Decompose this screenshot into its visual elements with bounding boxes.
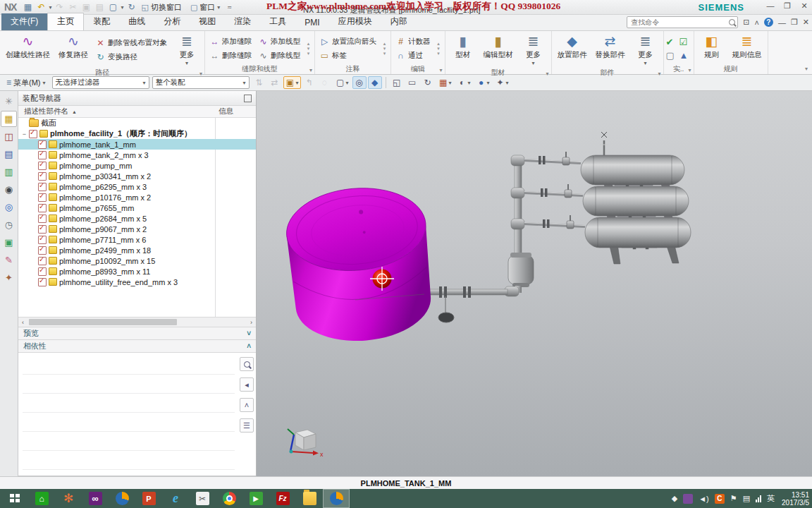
taskbar-snipping-tool[interactable]: ✂	[189, 489, 216, 508]
signal-icon[interactable]	[756, 495, 761, 502]
scroll-right-icon[interactable]: ›	[247, 319, 256, 326]
visibility-checkbox[interactable]	[38, 183, 47, 191]
back-icon[interactable]: ◂	[240, 377, 254, 392]
taskbar-chrome[interactable]	[216, 489, 242, 508]
visibility-checkbox[interactable]	[38, 267, 47, 276]
visibility-checkbox[interactable]	[38, 236, 47, 244]
ribbon-button-创建线性路径[interactable]: ∿创建线性路径	[2, 32, 54, 68]
selection-filter-dropdown[interactable]: 无选择过滤器 ▾	[52, 76, 149, 89]
tree-row-plmhome_tank_2_mm x 3[interactable]: plmhome_tank_2_mm x 3	[18, 150, 256, 160]
visibility-checkbox[interactable]	[38, 162, 47, 170]
vessel-group[interactable]	[581, 132, 691, 264]
clock[interactable]: 13:512017/3/5	[782, 491, 809, 507]
visibility-checkbox[interactable]	[38, 214, 47, 223]
ime-icon[interactable]	[683, 494, 693, 504]
ribbon-button-window-util-icon[interactable]: ▢	[666, 49, 678, 61]
taskbar-internet-explorer[interactable]: e	[162, 489, 189, 508]
search-icon[interactable]	[240, 357, 254, 371]
tab-工具[interactable]: 工具	[260, 13, 295, 30]
restore-icon[interactable]: ❐	[782, 1, 792, 11]
search-input[interactable]	[629, 18, 729, 27]
scroll-arrow-icon[interactable]: ▾	[437, 47, 440, 51]
background-icon[interactable]: ●▾	[474, 76, 492, 89]
reuse-library-icon[interactable]: ▥	[1, 164, 17, 180]
ribbon-button-更多[interactable]: ≣更多▾	[171, 32, 202, 68]
ribbon-button-放置流向箭头[interactable]: ▷放置流向箭头	[317, 35, 379, 47]
ribbon-button-规则[interactable]: ◧规则	[696, 32, 727, 64]
horizontal-scrollbar[interactable]: ‹ ›	[18, 317, 256, 327]
move-component-icon[interactable]: ⇅	[252, 76, 266, 89]
hd3d-tools-icon[interactable]: ◉	[1, 181, 17, 198]
taskbar-media-app[interactable]: ✻	[55, 489, 82, 508]
zoom-window-icon[interactable]: ▭	[405, 76, 419, 89]
minimize-icon[interactable]: —	[765, 1, 775, 11]
ribbon-button-删除线型[interactable]: ∿删除线型	[256, 49, 303, 61]
history-icon[interactable]: ◷	[1, 217, 17, 233]
vessel-3[interactable]	[585, 217, 691, 248]
minimize-icon[interactable]: —	[778, 18, 786, 27]
scroll-arrow-icon[interactable]: ▴	[307, 42, 310, 46]
selection-scope-dropdown[interactable]: 整个装配 ▾	[152, 76, 250, 89]
process-studio-icon[interactable]: ▣	[1, 234, 17, 250]
tree-row-plmhome_pump_mm[interactable]: plmhome_pump_mm	[18, 160, 256, 171]
column-name[interactable]: 描述性部件名	[18, 107, 68, 116]
tree-row-plmhome_tank_1_mm[interactable]: plmhome_tank_1_mm	[18, 139, 256, 150]
switch-window-button[interactable]: ◱ 切换窗口	[137, 1, 185, 14]
pipe-cap-disc[interactable]	[438, 313, 454, 322]
tree-row-plmhome_p10176_mm x 2[interactable]: plmhome_p10176_mm x 2	[18, 192, 256, 202]
window-menu-button[interactable]: ▢ 窗口 ▾	[186, 1, 224, 14]
assembly-navigator-icon[interactable]: ▦	[1, 111, 17, 127]
tab-PMI[interactable]: PMI	[295, 16, 328, 30]
panel-pin-icon[interactable]	[244, 95, 252, 102]
vessel-2[interactable]	[583, 186, 689, 216]
ribbon-button-放置部件[interactable]: ◆放置部件	[554, 32, 591, 68]
gear-icon[interactable]: ✳	[1, 93, 17, 109]
dependencies-section-header[interactable]: 相依性 ˄	[18, 340, 256, 353]
tab-分析[interactable]: 分析	[154, 13, 190, 30]
cut-icon[interactable]: ✂	[67, 2, 78, 12]
scroll-arrow-icon[interactable]: ▾	[307, 47, 310, 51]
ribbon-button-删除管线布置对象[interactable]: ✕删除管线布置对象	[93, 37, 170, 49]
gallery-scroll-arrows[interactable]: ▴▾▾	[381, 32, 388, 64]
ribbon-button-更多[interactable]: ≣更多▾	[630, 32, 661, 68]
render-style-icon[interactable]: ◐▾	[455, 76, 473, 89]
command-finder[interactable]	[627, 16, 738, 28]
volume-icon[interactable]: ◄)	[699, 495, 709, 503]
tab-装配[interactable]: 装配	[84, 13, 119, 30]
system-icon[interactable]: ▤	[743, 494, 750, 503]
ribbon-button-计数器[interactable]: #计数器	[393, 35, 433, 47]
web-browser-icon[interactable]: ◎	[1, 199, 17, 215]
ribbon-button-变换路径[interactable]: ↻变换路径	[93, 52, 170, 64]
tree-row-plmhome_p2684_mm x 5[interactable]: plmhome_p2684_mm x 5	[18, 213, 256, 224]
ribbon-button-编辑型材[interactable]: ▮编辑型材	[480, 32, 517, 68]
taskbar-filezilla[interactable]: Fz	[269, 489, 296, 508]
start-button[interactable]	[1, 489, 28, 508]
expand-icon[interactable]: ˄	[240, 398, 254, 412]
show-hidden-icon[interactable]: ◆	[672, 494, 677, 503]
tree-row-plmhome_p10092_mm x 15[interactable]: plmhome_p10092_mm x 15	[18, 255, 256, 266]
scrollbar-track[interactable]	[27, 318, 247, 326]
visibility-checkbox[interactable]	[38, 257, 47, 265]
roles-icon[interactable]: ✦	[1, 270, 17, 286]
ribbon-button-型材[interactable]: ▮型材	[448, 32, 479, 68]
tree-row-sections[interactable]: 截面	[18, 118, 256, 128]
expander-icon[interactable]: −	[21, 131, 27, 138]
sort-ascending-icon[interactable]: ▲	[72, 109, 77, 114]
ribbon-button-添加线型[interactable]: ∿添加线型	[256, 35, 303, 47]
view-triad[interactable]: x	[288, 429, 324, 458]
visibility-checkbox[interactable]	[38, 193, 47, 202]
dialog-launcher-icon[interactable]: ▾	[309, 67, 312, 73]
point-on-curve-icon[interactable]: ↰	[302, 76, 316, 89]
scroll-arrow-icon[interactable]: ▾	[383, 52, 386, 56]
copy-icon[interactable]: ▣	[80, 2, 92, 12]
ribbon-button-check-list-icon[interactable]: ☑	[679, 36, 691, 48]
close-icon[interactable]: ✕	[799, 1, 809, 11]
list-icon[interactable]: ☰	[240, 418, 254, 433]
scroll-arrow-icon[interactable]: ▾	[383, 47, 386, 51]
selected-tank[interactable]	[283, 183, 436, 346]
undo-icon[interactable]: ↶	[35, 2, 47, 12]
fit-view-icon[interactable]: ◱	[390, 76, 404, 89]
ime-language-indicator[interactable]: 英	[767, 493, 775, 504]
tab-file[interactable]: 文件(F)	[1, 13, 47, 30]
visibility-checkbox[interactable]	[38, 172, 47, 181]
